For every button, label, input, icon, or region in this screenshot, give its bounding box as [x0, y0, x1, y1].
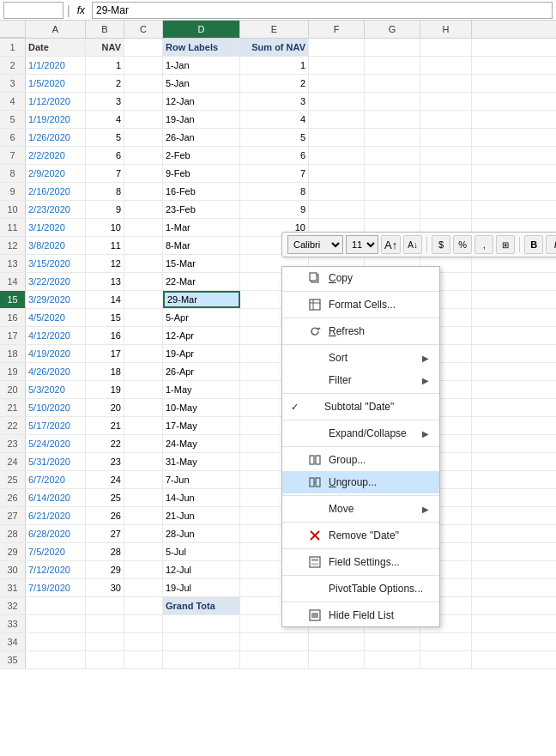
cell-d[interactable]: 26-Apr	[163, 363, 240, 380]
cell-e[interactable]: 7	[240, 165, 309, 182]
cell-a[interactable]: 3/1/2020	[26, 219, 86, 236]
cell-d[interactable]: 7-Jun	[163, 471, 240, 488]
dollar-btn[interactable]: $	[432, 235, 450, 254]
cell-b[interactable]	[86, 651, 124, 668]
cell-c[interactable]	[124, 129, 163, 146]
cell-e pivot-header[interactable]: Sum of NAV	[240, 39, 309, 56]
cell-c[interactable]	[124, 165, 163, 182]
cell-b[interactable]: 2	[86, 75, 124, 92]
cell-d[interactable]: 28-Jun	[163, 525, 240, 542]
row-num-cell[interactable]: 26	[0, 489, 26, 506]
cell-f[interactable]	[309, 183, 365, 200]
cell-c[interactable]	[124, 345, 163, 362]
cell-b[interactable]: 25	[86, 489, 124, 506]
cell-b[interactable]: 9	[86, 201, 124, 218]
cell-b[interactable]: 17	[86, 345, 124, 362]
cell-c[interactable]	[124, 615, 163, 632]
cell-c[interactable]	[124, 39, 163, 56]
row-num-cell[interactable]: 35	[0, 651, 26, 668]
cell-e[interactable]: 8	[240, 183, 309, 200]
cell-a[interactable]: 4/5/2020	[26, 309, 86, 326]
row-num-cell[interactable]: 16	[0, 309, 26, 326]
cell-b[interactable]: 23	[86, 453, 124, 470]
cell-d[interactable]: 8-Mar	[163, 237, 240, 254]
cell-a[interactable]: 1/19/2020	[26, 111, 86, 128]
table-btn[interactable]: ⊞	[496, 235, 515, 254]
comma-btn[interactable]: ,	[474, 235, 493, 254]
cell-d[interactable]: 2-Feb	[163, 147, 240, 164]
row-num-cell[interactable]: 3	[0, 75, 26, 92]
cell-g[interactable]	[365, 183, 420, 200]
cell-a[interactable]: 6/7/2020	[26, 471, 86, 488]
cell-c[interactable]	[124, 75, 163, 92]
col-header-d[interactable]: D	[163, 21, 240, 38]
row-num-cell[interactable]: 10	[0, 201, 26, 218]
cell-c[interactable]	[124, 489, 163, 506]
cell-a[interactable]: 4/19/2020	[26, 345, 86, 362]
row-num-cell[interactable]: 19	[0, 363, 26, 380]
cell-h[interactable]	[420, 201, 472, 218]
cell-d[interactable]: 1-Mar	[163, 219, 240, 236]
cell-a[interactable]: 1/26/2020	[26, 129, 86, 146]
row-num-cell[interactable]: 32	[0, 597, 26, 614]
cell-a[interactable]: 3/15/2020	[26, 255, 86, 272]
cell-h[interactable]	[420, 147, 472, 164]
cell-c[interactable]	[124, 381, 163, 398]
cell-f[interactable]	[309, 147, 365, 164]
cell-h[interactable]	[420, 39, 472, 56]
cell-f[interactable]	[309, 75, 365, 92]
cell-d[interactable]: 9-Feb	[163, 165, 240, 182]
cell-c[interactable]	[124, 111, 163, 128]
cell-d[interactable]: 19-Jul	[163, 579, 240, 596]
bold-btn[interactable]: B	[524, 235, 543, 254]
context-menu-item-pivot-options[interactable]: PivotTable Options...	[282, 578, 439, 600]
cell-b[interactable]: 8	[86, 183, 124, 200]
cell-b[interactable]: 20	[86, 399, 124, 416]
context-menu-item-expand-collapse[interactable]: Expand/Collapse▶	[282, 422, 439, 445]
col-header-a[interactable]: A	[26, 21, 86, 38]
cell-f[interactable]	[309, 201, 365, 218]
cell-a[interactable]: 7/19/2020	[26, 579, 86, 596]
cell-a[interactable]	[26, 633, 86, 650]
cell-b header-cell[interactable]: NAV	[86, 39, 124, 56]
cell-g[interactable]	[365, 147, 420, 164]
cell-h[interactable]	[420, 651, 472, 668]
cell-g[interactable]	[365, 165, 420, 182]
italic-btn[interactable]: I	[546, 235, 556, 254]
cell-a header-cell[interactable]: Date	[26, 39, 86, 56]
row-num-cell[interactable]: 9	[0, 183, 26, 200]
row-num-cell[interactable]: 4	[0, 93, 26, 110]
cell-a[interactable]: 5/24/2020	[26, 435, 86, 452]
row-num-cell[interactable]: 11	[0, 219, 26, 236]
cell-b[interactable]	[86, 597, 124, 614]
cell-c[interactable]	[124, 309, 163, 326]
cell-g[interactable]	[365, 93, 420, 110]
cell-b[interactable]: 3	[86, 93, 124, 110]
cell-d[interactable]: 5-Jul	[163, 543, 240, 560]
cell-d[interactable]: 5-Jan	[163, 75, 240, 92]
col-header-h[interactable]: H	[420, 21, 472, 38]
row-num-cell[interactable]: 13	[0, 255, 26, 272]
context-menu-item-copy[interactable]: Copy	[282, 267, 439, 289]
cell-c[interactable]	[124, 651, 163, 668]
cell-e[interactable]: 2	[240, 75, 309, 92]
cell-e[interactable]: 4	[240, 111, 309, 128]
cell-c[interactable]	[124, 291, 163, 308]
cell-d[interactable]: 12-Jul	[163, 561, 240, 578]
row-num-cell[interactable]: 22	[0, 417, 26, 434]
cell-e[interactable]: 9	[240, 201, 309, 218]
cell-b[interactable]: 28	[86, 543, 124, 560]
cell-d[interactable]: 1-May	[163, 381, 240, 398]
cell-d[interactable]: 17-May	[163, 417, 240, 434]
cell-b[interactable]: 21	[86, 417, 124, 434]
cell-a[interactable]: 6/28/2020	[26, 525, 86, 542]
cell-b[interactable]: 22	[86, 435, 124, 452]
cell-b[interactable]: 1	[86, 57, 124, 74]
row-num-cell[interactable]: 17	[0, 327, 26, 344]
col-header-g[interactable]: G	[365, 21, 420, 38]
cell-f[interactable]	[309, 633, 365, 650]
cell-b[interactable]	[86, 615, 124, 632]
col-header-e[interactable]: E	[240, 21, 309, 38]
row-num-cell[interactable]: 25	[0, 471, 26, 488]
cell-c[interactable]	[124, 507, 163, 524]
